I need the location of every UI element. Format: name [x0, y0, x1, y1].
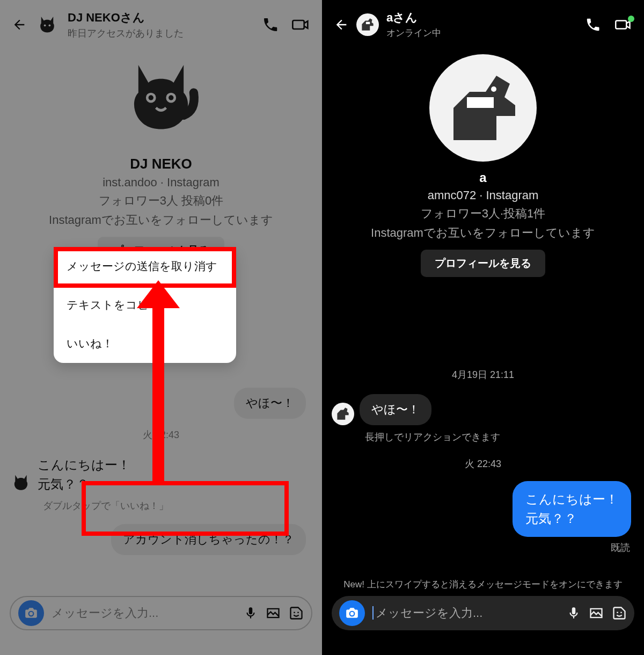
cat-icon — [121, 57, 201, 138]
message-line: 元気？？ — [525, 509, 618, 528]
chat-header: DJ NEKOさん 昨日アクセスがありました — [0, 0, 322, 49]
svg-rect-9 — [467, 97, 494, 108]
svg-point-5 — [169, 95, 173, 100]
sticker-icon — [289, 606, 304, 621]
profile-stats: フォロワー3人·投稿1件 — [322, 206, 644, 222]
profile-name: DJ NEKO — [0, 156, 322, 172]
chat-subtitle: オンライン中 — [386, 27, 577, 39]
seen-label: 既読 — [611, 542, 630, 553]
header-avatar[interactable] — [356, 13, 379, 36]
camera-icon — [345, 606, 359, 620]
svg-point-0 — [44, 24, 46, 26]
profile-card: DJ NEKO inst.andoo · Instagram フォロワー3人 投… — [0, 49, 322, 264]
back-button[interactable] — [334, 17, 349, 32]
screenshot-right: aさん オンライン中 a amnc072 · Instagram フォロワー3人… — [322, 0, 644, 655]
timestamp: 火 22:43 — [322, 457, 644, 470]
sticker-button[interactable] — [612, 606, 627, 621]
online-dot-icon — [628, 16, 634, 22]
message-in[interactable]: やほ〜！ — [322, 394, 644, 425]
profile-mutual: Instagramでお互いをフォローしています — [0, 212, 322, 228]
back-button[interactable] — [12, 17, 27, 32]
svg-point-6 — [294, 612, 295, 613]
arrow-left-icon — [12, 17, 27, 32]
timestamp: 4月19日 21:11 — [322, 368, 644, 381]
composer-input[interactable]: メッセージを入力... — [372, 605, 559, 621]
profile-stats: フォロワー3人 投稿0件 — [0, 193, 322, 209]
message-composer[interactable]: メッセージを入力... — [332, 596, 634, 630]
chat-header: aさん オンライン中 — [322, 0, 644, 49]
chat-title[interactable]: DJ NEKOさん — [68, 10, 254, 26]
annotation-highlight-box — [54, 247, 236, 288]
image-icon — [588, 606, 604, 621]
chat-subtitle: 昨日アクセスがありました — [68, 27, 254, 40]
screenshot-left: DJ NEKOさん 昨日アクセスがありました DJ NEKO inst.ando… — [0, 0, 322, 655]
video-call-button[interactable] — [291, 16, 310, 33]
composer-input[interactable]: メッセージを入力... — [52, 605, 236, 621]
composer-placeholder: メッセージを入力... — [372, 606, 482, 620]
profile-handle: inst.andoo · Instagram — [0, 176, 322, 190]
profile-handle: amnc072 · Instagram — [322, 188, 644, 202]
annotation-highlight-box — [82, 481, 289, 536]
phone-icon — [585, 17, 601, 33]
profile-mutual: Instagramでお互いをフォローしています — [322, 225, 644, 241]
sticker-icon — [612, 606, 627, 621]
dog-icon — [358, 16, 377, 34]
profile-name: a — [322, 170, 644, 185]
svg-point-12 — [620, 612, 622, 613]
gallery-button[interactable] — [265, 606, 281, 621]
arrow-left-icon — [334, 17, 349, 32]
sender-avatar[interactable] — [10, 471, 32, 494]
svg-point-11 — [617, 612, 618, 613]
message-bubble[interactable]: やほ〜！ — [234, 388, 306, 419]
message-line: こんにちはー！ — [38, 455, 130, 475]
audio-call-button[interactable] — [585, 17, 601, 33]
svg-point-7 — [297, 612, 299, 613]
header-avatar[interactable] — [34, 12, 60, 38]
reaction-hint: 長押しでリアクションできます — [322, 431, 644, 443]
audio-call-button[interactable] — [262, 16, 279, 33]
svg-point-10 — [491, 86, 496, 92]
svg-point-1 — [49, 24, 51, 26]
image-icon — [265, 606, 281, 621]
sender-avatar[interactable] — [332, 403, 354, 425]
camera-button[interactable] — [18, 600, 44, 626]
message-bubble[interactable]: やほ〜！ — [360, 394, 431, 425]
cat-icon — [36, 14, 58, 35]
message-bubble[interactable]: こんにちはー！ 元気？？ — [513, 481, 631, 537]
chat-title[interactable]: aさん — [386, 10, 577, 26]
dog-icon — [334, 405, 352, 423]
message-composer[interactable]: メッセージを入力... — [10, 596, 312, 630]
view-profile-button[interactable]: プロフィールを見る — [421, 250, 545, 277]
vanish-mode-hint: New! 上にスワイプすると消えるメッセージモードをオンにできます — [322, 578, 644, 591]
message-out[interactable]: こんにちはー！ 元気？？ — [322, 481, 644, 537]
gallery-button[interactable] — [588, 606, 604, 621]
camera-icon — [24, 606, 38, 620]
profile-card: a amnc072 · Instagram フォロワー3人·投稿1件 Insta… — [322, 54, 644, 277]
profile-avatar[interactable] — [429, 54, 537, 162]
camera-button[interactable] — [339, 600, 365, 626]
video-call-button[interactable] — [614, 17, 632, 33]
mic-icon — [567, 605, 581, 621]
sticker-button[interactable] — [289, 606, 304, 621]
message-line: こんにちはー！ — [525, 490, 618, 509]
composer-placeholder: メッセージを入力... — [52, 606, 158, 620]
phone-icon — [262, 16, 279, 33]
voice-button[interactable] — [567, 605, 581, 621]
mic-icon — [244, 605, 258, 621]
cat-icon — [11, 472, 31, 493]
svg-point-4 — [149, 95, 153, 100]
voice-button[interactable] — [244, 605, 258, 621]
annotation-arrow-up-icon — [142, 280, 174, 484]
video-icon — [291, 16, 310, 33]
dog-icon — [440, 65, 526, 151]
profile-avatar[interactable] — [113, 49, 209, 146]
